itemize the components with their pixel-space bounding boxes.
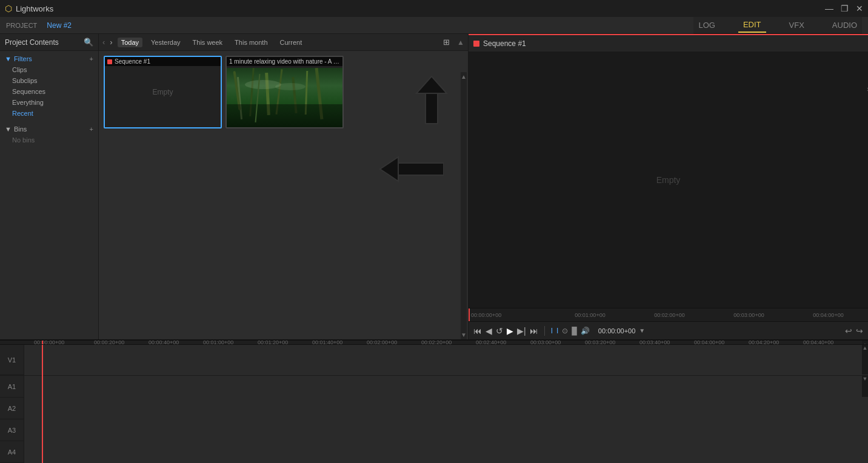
preview-sequence-indicator bbox=[473, 41, 479, 47]
ruler-mark-1: 00:00:20+00 bbox=[94, 341, 124, 345]
preview-ruler-3: 00:03:00+00 bbox=[709, 312, 789, 318]
sidebar-header: Project Contents 🔍 bbox=[0, 34, 98, 51]
content-grid[interactable]: Sequence #1 Empty 1 minute relaxing vide… bbox=[99, 51, 468, 339]
filters-add-icon[interactable]: + bbox=[90, 55, 93, 62]
ruler-mark-13: 00:04:20+00 bbox=[749, 341, 779, 345]
sidebar-item-subclips[interactable]: Subclips bbox=[0, 75, 98, 86]
mark-out-button[interactable]: I bbox=[556, 327, 558, 335]
ruler-mark-10: 00:03:20+00 bbox=[585, 341, 615, 345]
play-button[interactable]: ▶ bbox=[507, 326, 513, 336]
menu-bar: PROJECT New #2 LOG EDIT VFX AUDIO bbox=[0, 17, 868, 34]
content-area: ‹ › Today Yesterday This week This month… bbox=[99, 34, 468, 339]
track-v1-scrollbar[interactable]: ▲ bbox=[862, 345, 868, 375]
timeline-area: + − 00:00:00+00 00:00:20+00 00:00:40+00 … bbox=[0, 339, 868, 463]
scroll-up-indicator[interactable]: ▲ bbox=[461, 73, 467, 80]
track-row-a4: A4 bbox=[0, 441, 868, 463]
filter-today[interactable]: Today bbox=[118, 38, 142, 47]
media-card-video[interactable]: 1 minute relaxing video with nature - A … bbox=[225, 56, 344, 128]
loop-left-button[interactable]: ↺ bbox=[496, 326, 503, 336]
media-card-sequence[interactable]: Sequence #1 Empty bbox=[104, 56, 222, 128]
filters-header[interactable]: ▼ Filters + bbox=[0, 53, 98, 64]
track-a1-scrollbar[interactable]: ▼ bbox=[862, 376, 868, 397]
tab-vfx[interactable]: VFX bbox=[784, 18, 809, 32]
timeline-ruler: + − 00:00:00+00 00:00:20+00 00:00:40+00 … bbox=[0, 341, 868, 345]
track-label-a3: A3 bbox=[0, 419, 24, 441]
tab-log[interactable]: LOG bbox=[693, 18, 719, 32]
card-label-video: 1 minute relaxing video with nature - A … bbox=[227, 57, 342, 66]
svg-marker-3 bbox=[426, 93, 438, 124]
track-label-a1: A1 bbox=[0, 376, 24, 397]
track-row-a1: A1 ▼ bbox=[0, 376, 868, 398]
track-scrollbar-up[interactable]: ▲ bbox=[862, 345, 868, 351]
scroll-down-indicator[interactable]: ▼ bbox=[461, 331, 467, 338]
undo-icon[interactable]: ↩ bbox=[845, 326, 852, 336]
ruler-mark-2: 00:00:40+00 bbox=[149, 341, 179, 345]
sidebar-item-everything[interactable]: Everything bbox=[0, 97, 98, 108]
nav-prev-button[interactable]: ‹ bbox=[102, 38, 105, 47]
preview-header: Sequence #1 bbox=[469, 35, 868, 52]
sequence-red-dot bbox=[107, 59, 112, 64]
tab-audio[interactable]: AUDIO bbox=[827, 18, 862, 32]
next-frame-button[interactable]: ▶| bbox=[517, 326, 526, 336]
preview-panel: Sequence #1 Empty 00:00:00+00 00:01:00+0… bbox=[468, 34, 868, 339]
audio-level-button[interactable]: █ bbox=[572, 327, 577, 335]
filters-section: ▼ Filters + Clips Subclips Sequences Eve… bbox=[0, 51, 98, 121]
track-content-v1[interactable] bbox=[24, 345, 868, 375]
to-end-button[interactable]: ⏭ bbox=[530, 326, 538, 336]
to-start-button[interactable]: ⏮ bbox=[473, 326, 482, 336]
close-button[interactable]: ✕ bbox=[856, 4, 863, 13]
grid-view-toggle[interactable]: ⊞ bbox=[443, 38, 450, 47]
bins-header[interactable]: ▼ Bins + bbox=[0, 124, 98, 135]
track-content-a3[interactable] bbox=[24, 419, 868, 441]
window-controls[interactable]: — ❐ ✕ bbox=[825, 4, 863, 13]
sidebar-item-clips[interactable]: Clips bbox=[0, 64, 98, 75]
svg-marker-4 bbox=[416, 76, 447, 93]
maximize-button[interactable]: ❐ bbox=[841, 4, 849, 13]
track-content-a1[interactable] bbox=[24, 376, 868, 398]
tab-bar: LOG EDIT VFX AUDIO bbox=[693, 17, 862, 34]
tab-edit[interactable]: EDIT bbox=[738, 18, 766, 33]
filter-current[interactable]: Current bbox=[276, 38, 306, 47]
bins-label: Bins bbox=[14, 125, 90, 133]
no-bins-label: No bins bbox=[0, 135, 98, 145]
project-name-dropdown[interactable]: New #2 bbox=[47, 21, 72, 30]
preview-canvas: Empty bbox=[469, 52, 868, 308]
ruler-mark-5: 00:01:40+00 bbox=[312, 341, 342, 345]
filter-this-month[interactable]: This month bbox=[231, 38, 271, 47]
minimize-button[interactable]: — bbox=[825, 4, 833, 13]
app-title-group: ⬡ Lightworks bbox=[5, 4, 53, 13]
search-icon[interactable]: 🔍 bbox=[84, 38, 93, 47]
arrows-overlay bbox=[377, 75, 462, 190]
mark-in-button[interactable]: I bbox=[551, 327, 553, 335]
ruler-mark-8: 00:02:40+00 bbox=[476, 341, 506, 345]
timeline-tracks: V1 ▲ A1 ▼ A2 A3 A4 bbox=[0, 345, 868, 463]
svg-marker-2 bbox=[416, 76, 447, 93]
track-content-a4[interactable] bbox=[24, 441, 868, 463]
track-a1-scrollbar-down[interactable]: ▼ bbox=[862, 376, 868, 382]
timecode-dropdown[interactable]: ▼ bbox=[639, 327, 645, 334]
prev-frame-button[interactable]: ◀ bbox=[486, 326, 492, 336]
sidebar: Project Contents 🔍 ▼ Filters + Clips Sub… bbox=[0, 34, 99, 339]
svg-marker-6 bbox=[380, 157, 398, 181]
filter-yesterday[interactable]: Yesterday bbox=[147, 38, 184, 47]
sync-button[interactable]: ⊙ bbox=[562, 327, 568, 335]
bins-section: ▼ Bins + No bins bbox=[0, 121, 98, 148]
track-row-a2: A2 bbox=[0, 398, 868, 419]
timeline-scrollbar-right[interactable]: ▲ ▼ bbox=[862, 341, 868, 344]
ruler-mark-6: 00:02:00+00 bbox=[367, 341, 397, 345]
redo-icon[interactable]: ↪ bbox=[856, 326, 863, 336]
scroll-up-button[interactable]: ▲ bbox=[457, 38, 464, 47]
ruler-mark-0: 00:00:00+00 bbox=[34, 341, 64, 345]
left-arrow-icon bbox=[377, 154, 444, 190]
nav-next-button[interactable]: › bbox=[110, 38, 112, 47]
bins-add-icon[interactable]: + bbox=[90, 125, 93, 133]
up-arrow-icon bbox=[413, 75, 450, 136]
card-title-sequence: Sequence #1 bbox=[115, 58, 150, 65]
sidebar-item-recent[interactable]: Recent bbox=[0, 108, 98, 119]
audio-button[interactable]: 🔊 bbox=[581, 327, 590, 335]
preview-ruler-2: 00:02:00+00 bbox=[630, 312, 709, 318]
content-scrollbar[interactable]: ▲ ▼ bbox=[461, 72, 467, 339]
sidebar-item-sequences[interactable]: Sequences bbox=[0, 86, 98, 97]
track-content-a2[interactable] bbox=[24, 398, 868, 419]
filter-this-week[interactable]: This week bbox=[189, 38, 227, 47]
